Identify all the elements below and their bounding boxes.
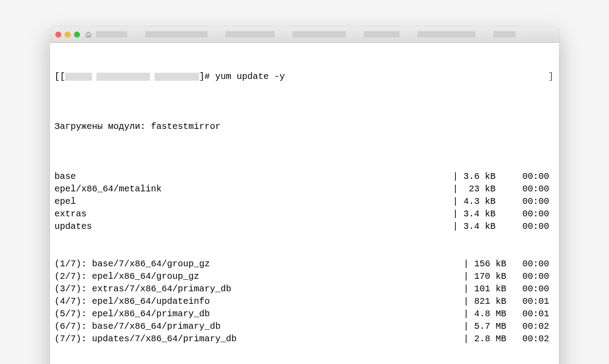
repo-name: epel <box>54 195 76 208</box>
repo-name: epel/x86_64/metalink <box>54 183 162 195</box>
repo-row: updates| 3.4 kB 00:00 <box>54 220 555 233</box>
repo-name: updates <box>54 220 92 233</box>
download-name: (4/7): epel/x86_64/updateinfo <box>54 295 210 308</box>
download-row: (5/7): epel/x86_64/primary_db| 4.8 MB 00… <box>54 308 555 320</box>
traffic-lights <box>55 32 80 37</box>
download-stats: | 156 kB 00:00 <box>463 258 555 270</box>
repo-name: extras <box>54 208 87 220</box>
repo-row: epel| 4.3 kB 00:00 <box>54 195 555 208</box>
download-name: (2/7): epel/x86_64/group_gz <box>54 270 199 283</box>
repo-name: base <box>54 170 76 183</box>
repo-row: epel/x86_64/metalink| 23 kB 00:00 <box>54 183 555 195</box>
repo-stats: | 3.4 kB 00:00 <box>453 208 555 220</box>
download-stats: | 4.8 MB 00:01 <box>463 308 555 320</box>
prompt-close: ]# <box>199 70 210 83</box>
repo-stats: | 23 kB 00:00 <box>453 183 555 195</box>
download-row: (1/7): base/7/x86_64/group_gz| 156 kB 00… <box>54 258 555 270</box>
repo-stats: | 4.3 kB 00:00 <box>453 195 555 208</box>
close-icon[interactable] <box>55 32 61 37</box>
download-stats: | 5.7 MB 00:02 <box>463 320 555 333</box>
window-title-redacted <box>96 31 554 38</box>
repo-stats: | 3.6 kB 00:00 <box>453 170 555 183</box>
download-stats: | 2.8 MB 00:02 <box>463 333 555 345</box>
prompt-redacted <box>154 73 199 81</box>
download-name: (1/7): base/7/x86_64/group_gz <box>54 258 210 270</box>
repo-row: base| 3.6 kB 00:00 <box>54 170 555 183</box>
download-row: (6/7): base/7/x86_64/primary_db| 5.7 MB … <box>54 320 555 333</box>
download-row: (4/7): epel/x86_64/updateinfo| 821 kB 00… <box>54 295 555 308</box>
command-text: yum update -y <box>210 70 285 83</box>
prompt-redacted <box>65 73 92 81</box>
download-row: (7/7): updates/7/x86_64/primary_db| 2.8 … <box>54 333 555 345</box>
download-name: (6/7): base/7/x86_64/primary_db <box>54 320 221 333</box>
modules-line: Загружены модули: fastestmirror <box>54 120 555 133</box>
home-icon[interactable] <box>84 31 92 39</box>
repo-row: extras| 3.4 kB 00:00 <box>54 208 555 220</box>
prompt-open: [[ <box>54 70 65 83</box>
window-titlebar[interactable] <box>50 27 559 43</box>
maximize-icon[interactable] <box>74 32 80 37</box>
download-row: (3/7): extras/7/x86_64/primary_db| 101 k… <box>54 283 555 295</box>
terminal-window: [[ ]# yum update -y ] Загружены модули: … <box>50 27 559 364</box>
download-stats: | 101 kB 00:00 <box>463 283 555 295</box>
prompt-redacted <box>96 73 150 81</box>
download-name: (5/7): epel/x86_64/primary_db <box>54 308 210 320</box>
download-row: (2/7): epel/x86_64/group_gz| 170 kB 00:0… <box>54 270 555 283</box>
line-end-bracket: ] <box>548 70 555 83</box>
prompt-line: [[ ]# yum update -y ] <box>54 70 555 83</box>
download-name: (7/7): updates/7/x86_64/primary_db <box>54 333 237 345</box>
repo-stats: | 3.4 kB 00:00 <box>453 220 555 233</box>
minimize-icon[interactable] <box>65 32 71 37</box>
download-name: (3/7): extras/7/x86_64/primary_db <box>54 283 231 295</box>
download-stats: | 170 kB 00:00 <box>463 270 555 283</box>
download-stats: | 821 kB 00:01 <box>463 295 555 308</box>
terminal-content[interactable]: [[ ]# yum update -y ] Загружены модули: … <box>50 43 559 364</box>
